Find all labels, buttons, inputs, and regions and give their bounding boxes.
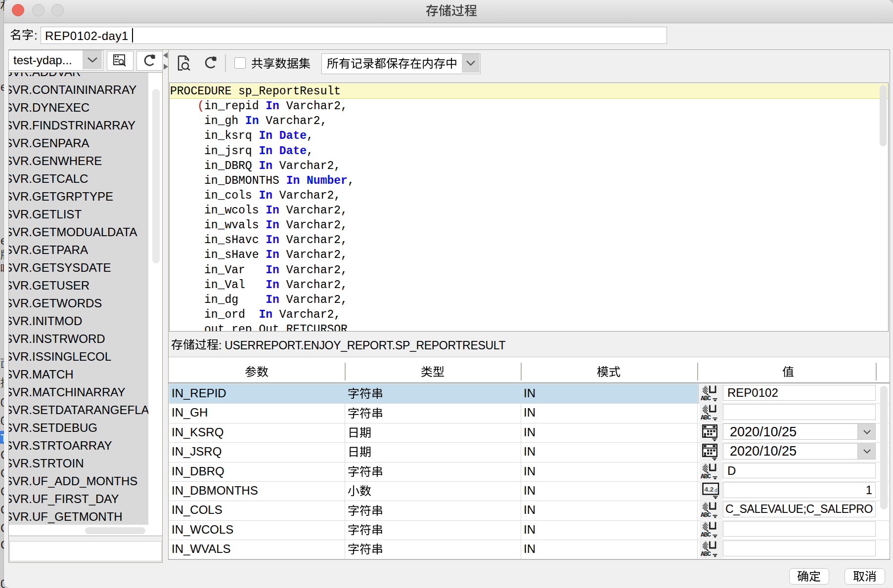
svg-text:ABC: ABC (701, 395, 711, 402)
svg-text:4.2: 4.2 (705, 486, 714, 493)
svg-text:ABC: ABC (701, 531, 711, 539)
svg-text:ABC: ABC (701, 511, 711, 519)
svg-text:d: d (714, 487, 717, 493)
svg-text:ABC: ABC (701, 550, 711, 558)
svg-text:ABC: ABC (701, 414, 711, 421)
svg-text:ABC: ABC (701, 473, 711, 480)
